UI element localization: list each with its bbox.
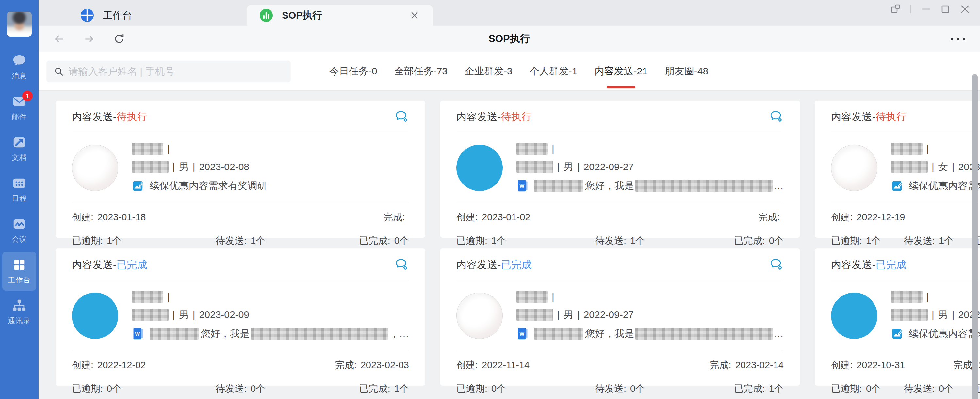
content-text: 续保优惠内容需求有奖调研 <box>909 179 980 192</box>
card-title: 内容发送-待执行 <box>831 110 907 124</box>
created-field: 创建:2022-12-02 <box>72 359 146 372</box>
customer-detail-line: |女|2023-02-08 <box>891 160 980 174</box>
customer-avatar <box>831 292 877 339</box>
card-body: | |男|2023-02-08 续保优惠内容需求有奖调研 <box>72 133 409 202</box>
user-avatar[interactable] <box>7 12 32 37</box>
survey-image-icon <box>891 327 904 340</box>
overdue-stat: 已逾期:0个 <box>831 382 881 396</box>
back-icon[interactable] <box>52 31 67 46</box>
sidebar-item-label: 工作台 <box>8 275 31 285</box>
task-card[interactable]: 内容发送-已完成 | |男|2022-09-27 W您好，我是… <box>440 248 800 386</box>
more-menu-icon[interactable] <box>950 35 966 43</box>
customer-date: 2023-02-09 <box>199 309 249 320</box>
filter-tab-企业群发-3[interactable]: 企业群发-3 <box>465 62 512 81</box>
send-chat-icon[interactable] <box>394 110 409 124</box>
tab-label: 工作台 <box>103 9 132 22</box>
redacted-message <box>251 328 388 340</box>
overdue-stat: 已逾期:1个 <box>72 234 121 248</box>
sidebar-item-label: 会议 <box>12 234 27 244</box>
word-doc-icon: W <box>132 327 145 340</box>
card-header: 内容发送-待执行 <box>457 100 784 133</box>
send-chat-icon[interactable] <box>394 258 409 272</box>
task-card[interactable]: 内容发送-已完成 | |男|2023-02-09 W您好，我是，… <box>56 248 425 386</box>
customer-detail-line: |男|2023-02-08 <box>132 160 409 174</box>
sidebar-item-label: 文档 <box>12 153 27 162</box>
unread-badge: 1 <box>22 91 33 101</box>
filter-tab-内容发送-21[interactable]: 内容发送-21 <box>594 62 648 81</box>
status-badge: 待执行 <box>876 111 907 122</box>
calendar-icon <box>12 176 27 191</box>
customer-name-line: | <box>891 143 980 155</box>
filter-tabs: 今日任务-0 全部任务-73 企业群发-3 个人群发-1 内容发送-21 朋友圈… <box>329 62 708 81</box>
popout-window-icon[interactable] <box>888 3 902 16</box>
user-avatar-photo <box>7 12 32 37</box>
redacted-name <box>517 291 548 303</box>
app-tab-inactive[interactable]: 工作台 <box>80 5 247 26</box>
customer-name-line: | <box>132 143 409 155</box>
to-send-stat: 待发送:0个 <box>216 382 265 396</box>
scrollbar-thumb[interactable] <box>972 74 978 399</box>
card-header: 内容发送-待执行 <box>831 100 980 133</box>
forward-icon[interactable] <box>82 31 97 46</box>
card-body: | |男|2022-09-27 续保优惠内容需求有奖调研 <box>831 281 980 350</box>
customer-info: | |女|2023-02-08 续保优惠内容需求有奖调研 <box>891 143 980 192</box>
content-text: 续保优惠内容需求有奖调研 <box>150 179 267 192</box>
refresh-icon[interactable] <box>112 31 127 46</box>
filter-tab-今日任务-0[interactable]: 今日任务-0 <box>329 62 377 81</box>
card-meta-row: 创建:2022-12-19 完成: <box>831 211 980 224</box>
send-chat-icon[interactable] <box>768 258 784 272</box>
redacted-name <box>891 291 923 303</box>
task-card[interactable]: 内容发送-待执行 | |男|2023-02-08 续保优惠内容需求有奖调研 <box>56 100 425 238</box>
filter-toolbar: 今日任务-0 全部任务-73 企业群发-3 个人群发-1 内容发送-21 朋友圈… <box>38 52 980 91</box>
sidebar: 消息 1 邮件 文档 日程 会议 工作台 通讯录 <box>0 0 38 399</box>
task-card[interactable]: 内容发送-待执行 | |男|2022-09-27 W您好，我是… <box>440 100 800 238</box>
app-tab-active[interactable]: SOP执行 <box>247 5 433 26</box>
customer-avatar <box>72 145 118 191</box>
redacted-message <box>635 328 773 340</box>
content-line: 续保优惠内容需求有奖调研 <box>891 179 980 192</box>
task-card[interactable]: 内容发送-待执行 | |女|2023-02-08 续保优惠内容需求有奖调研 <box>815 100 980 238</box>
maximize-window-icon[interactable] <box>938 3 953 16</box>
card-header: 内容发送-已完成 <box>72 248 409 281</box>
filter-tab-个人群发-1[interactable]: 个人群发-1 <box>530 62 578 81</box>
close-window-icon[interactable] <box>958 3 972 16</box>
message-ellipsis: … <box>774 328 784 339</box>
svg-text:W: W <box>135 331 140 337</box>
tab-label: SOP执行 <box>282 9 322 22</box>
sidebar-item-calendar[interactable]: 日程 <box>2 170 36 209</box>
sidebar-item-message[interactable]: 消息 <box>2 48 36 86</box>
created-field: 创建:2022-11-14 <box>457 359 530 372</box>
card-stats-row: 已逾期:0个 待发送:0个 已完成:1个 <box>72 382 409 396</box>
sidebar-item-contacts[interactable]: 通讯录 <box>2 292 36 331</box>
sidebar-item-meeting[interactable]: 会议 <box>2 211 36 250</box>
search-input[interactable] <box>68 66 291 77</box>
customer-info: | |男|2023-02-08 续保优惠内容需求有奖调研 <box>132 143 409 192</box>
customer-avatar <box>72 292 118 339</box>
redacted-detail <box>132 309 169 321</box>
sidebar-item-docs[interactable]: 文档 <box>2 129 36 168</box>
done-stat: 已完成:0个 <box>734 234 784 248</box>
done-stat: 已完成:0个 <box>360 234 409 248</box>
docs-icon <box>12 135 27 150</box>
customer-detail-line: |男|2022-09-27 <box>517 308 784 322</box>
filter-tab-朋友圈-48[interactable]: 朋友圈-48 <box>665 62 708 81</box>
card-stats-row: 已逾期:0个 待发送:0个 已完成:1个 <box>457 382 784 396</box>
customer-date: 2023-02-08 <box>199 161 249 172</box>
word-doc-icon: W <box>517 180 529 192</box>
filter-tab-全部任务-73[interactable]: 全部任务-73 <box>394 62 447 81</box>
customer-avatar <box>831 145 877 191</box>
sidebar-item-mail[interactable]: 1 邮件 <box>2 89 36 127</box>
task-card[interactable]: 内容发送-已完成 | |男|2022-09-27 续保优惠内容需求有奖调研 <box>815 248 980 386</box>
sidebar-nav: 消息 1 邮件 文档 日程 会议 工作台 通讯录 <box>2 48 36 333</box>
sidebar-item-workbench[interactable]: 工作台 <box>2 252 36 291</box>
overdue-stat: 已逾期:0个 <box>457 382 506 396</box>
minimize-window-icon[interactable] <box>919 3 933 16</box>
sidebar-item-label: 通讯录 <box>8 316 31 326</box>
survey-image-icon <box>891 180 904 192</box>
contacts-icon <box>12 298 27 313</box>
tab-close-icon[interactable] <box>409 10 420 21</box>
done-stat: 已完成:1个 <box>360 382 409 396</box>
status-badge: 已完成 <box>501 259 532 270</box>
send-chat-icon[interactable] <box>768 110 784 124</box>
redacted-detail <box>517 309 553 321</box>
